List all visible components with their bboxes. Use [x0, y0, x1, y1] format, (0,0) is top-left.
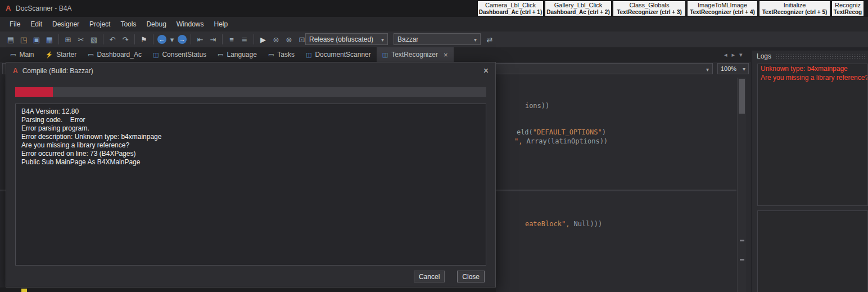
outdent-icon[interactable]: ⇤ — [195, 35, 205, 44]
toolbar-separator — [153, 34, 153, 44]
tab-starter[interactable]: ⚡ Starter — [39, 47, 82, 62]
build-configuration-select[interactable]: Release (obfuscated) — [305, 33, 388, 45]
rapid-debug-icon[interactable]: ⊛ — [284, 35, 294, 44]
code-fragment[interactable]: ", Array(latinOptions)) — [498, 129, 608, 153]
titlebar: A DocScanner - B4A Camera_Lbl_Click Dash… — [0, 0, 868, 17]
menu-help[interactable]: Help — [209, 17, 233, 32]
menu-designer[interactable]: Designer — [47, 17, 84, 32]
tab-label: DocumentScanner — [315, 51, 370, 59]
tab-textrecognizer[interactable]: ◫ TextRecognizer × — [377, 47, 454, 62]
logs-secondary-area[interactable] — [757, 210, 868, 292]
modules-sync-icon[interactable]: ⇄ — [485, 35, 495, 44]
copy-icon[interactable]: ⊞ — [63, 35, 73, 44]
redo-icon[interactable]: ↷ — [120, 35, 130, 44]
build-module-select[interactable]: Bazzar — [394, 33, 481, 45]
menu-tools[interactable]: Tools — [115, 17, 141, 32]
compile-progressbar — [15, 87, 486, 97]
menu-edit[interactable]: Edit — [25, 17, 47, 32]
navigate-back-icon[interactable]: ← — [157, 35, 166, 44]
menubar: File Edit Designer Project Tools Debug W… — [0, 17, 868, 32]
compile-dialog-header[interactable]: A Compile (Build: Bazzar) × — [6, 62, 495, 79]
log-error-line: Are you missing a library reference? — [758, 73, 867, 82]
module-tabbar: ▭ Main ⚡ Starter ▭ Dashboard_Ac ◫ Consen… — [0, 47, 751, 62]
close-tab-icon[interactable]: × — [444, 51, 448, 59]
comment-icon[interactable]: ≡ — [227, 35, 237, 44]
save-all-icon[interactable]: ▦ — [44, 35, 55, 44]
chevron-down-icon — [381, 35, 384, 43]
editor-vertical-scrollbar[interactable] — [737, 78, 746, 292]
save-icon[interactable]: ▣ — [31, 35, 42, 44]
code-fragment[interactable]: eateBlock", Null))) — [509, 212, 602, 236]
toolbar-separator — [254, 34, 254, 44]
menu-file[interactable]: File — [4, 17, 25, 32]
tab-language[interactable]: ▭ Language — [212, 47, 263, 62]
undo-icon[interactable]: ↶ — [107, 35, 117, 44]
app-logo-icon: A — [13, 67, 18, 75]
editor-zoom-select[interactable]: 100% — [717, 63, 749, 74]
quick-nav-subtitle: TextRecognizer (ctrl + 3) — [613, 9, 685, 16]
tab-main[interactable]: ▭ Main — [4, 47, 39, 62]
toolbar-separator — [103, 34, 103, 44]
zoom-value: 100% — [721, 65, 736, 72]
quick-nav-recognize[interactable]: Recogniz TextRecog — [831, 1, 864, 16]
class-module-icon: ◫ — [382, 51, 388, 59]
quick-nav-title: ImageToMLImage — [688, 2, 757, 9]
toolbar: ▤ ◳ ▣ ▦ ⊞ ✂ ▧ ↶ ↷ ⚑ ← ▾ → ⇤ ⇥ ≡ ≣ ▶ ⊚ ⊛ … — [0, 32, 868, 47]
tab-consentstatus[interactable]: ◫ ConsentStatus — [147, 47, 212, 62]
compile-dialog-title: Compile (Build: Bazzar) — [22, 67, 93, 75]
run-icon[interactable]: ▶ — [258, 35, 268, 44]
history-dropdown-icon[interactable]: ▾ — [169, 35, 175, 44]
code-text: Array(latinOptions)) — [522, 137, 608, 145]
quick-nav-camera-lbl-click[interactable]: Camera_Lbl_Click Dashboard_Ac (ctrl + 1) — [477, 1, 544, 16]
bookmark-icon[interactable]: ⚑ — [139, 35, 149, 44]
quick-nav-title: Class_Globals — [613, 2, 685, 9]
compile-log-line: Parsing code. Error — [21, 116, 480, 124]
chevron-down-icon — [474, 35, 477, 43]
new-module-icon[interactable]: ▤ — [6, 35, 16, 44]
tab-tasks[interactable]: ▭ Tasks — [263, 47, 300, 62]
logs-output-area[interactable]: Unknown type: b4xmainpage Are you missin… — [757, 64, 868, 206]
compile-log-line: Public Sub MainPage As B4XMainPage — [21, 158, 480, 167]
quick-nav-gallery-lbl-click[interactable]: Gallery_Lbl_Click Dashboard_Ac (ctrl + 2… — [545, 1, 612, 16]
menu-debug[interactable]: Debug — [141, 17, 171, 32]
menu-windows[interactable]: Windows — [171, 17, 209, 32]
compile-log-output: B4A Version: 12.80 Parsing code. Error E… — [15, 104, 486, 266]
tab-dashboard-ac[interactable]: ▭ Dashboard_Ac — [82, 47, 147, 62]
quick-nav-class-globals[interactable]: Class_Globals TextRecognizer (ctrl + 3) — [613, 1, 686, 16]
tab-documentscanner[interactable]: ◫ DocumentScanner — [300, 47, 377, 62]
close-icon[interactable]: × — [483, 66, 489, 76]
compile-log-line: B4A Version: 12.80 — [21, 107, 480, 116]
service-module-icon: ⚡ — [45, 51, 53, 59]
tab-list-icon[interactable]: ▾ — [739, 51, 743, 59]
toolbar-separator — [134, 34, 135, 44]
navigate-forward-icon[interactable]: → — [178, 35, 187, 44]
tab-label: Dashboard_Ac — [97, 51, 142, 59]
scrollbar-marker — [740, 259, 744, 260]
uncomment-icon[interactable]: ≣ — [239, 35, 250, 44]
cut-icon[interactable]: ✂ — [76, 35, 86, 44]
indent-icon[interactable]: ⇥ — [208, 35, 218, 44]
scrollbar-thumb[interactable] — [739, 79, 745, 114]
quick-nav-initialize[interactable]: Initialize TextRecognizer (ctrl + 5) — [759, 1, 830, 16]
code-fragment[interactable]: ions)) — [509, 94, 549, 118]
scroll-tabs-right-icon[interactable]: ▸ — [732, 51, 735, 59]
scrollbar-marker — [740, 240, 744, 241]
compile-progress-fill — [15, 87, 53, 97]
menu-project[interactable]: Project — [84, 17, 115, 32]
open-project-icon[interactable]: ◳ — [19, 35, 29, 44]
scroll-tabs-left-icon[interactable]: ◂ — [724, 51, 727, 59]
code-text: ions)) — [525, 102, 549, 110]
tab-label: Main — [19, 51, 34, 59]
app-logo-icon: A — [6, 4, 11, 12]
quick-nav-title: Recogniz — [832, 2, 864, 9]
compile-log-line: Are you missing a library reference? — [21, 141, 480, 150]
logs-panel-header[interactable]: Logs — [752, 51, 868, 62]
debug-connect-icon[interactable]: ⊚ — [271, 35, 281, 44]
paste-icon[interactable]: ▧ — [89, 35, 99, 44]
tab-label: Tasks — [277, 51, 295, 59]
quick-nav-imagetomlimage[interactable]: ImageToMLImage TextRecognizer (ctrl + 4) — [687, 1, 758, 16]
cancel-button[interactable]: Cancel — [414, 271, 445, 282]
toolbar-separator — [222, 34, 223, 44]
logs-panel-title: Logs — [757, 52, 771, 60]
close-button[interactable]: Close — [457, 271, 485, 282]
